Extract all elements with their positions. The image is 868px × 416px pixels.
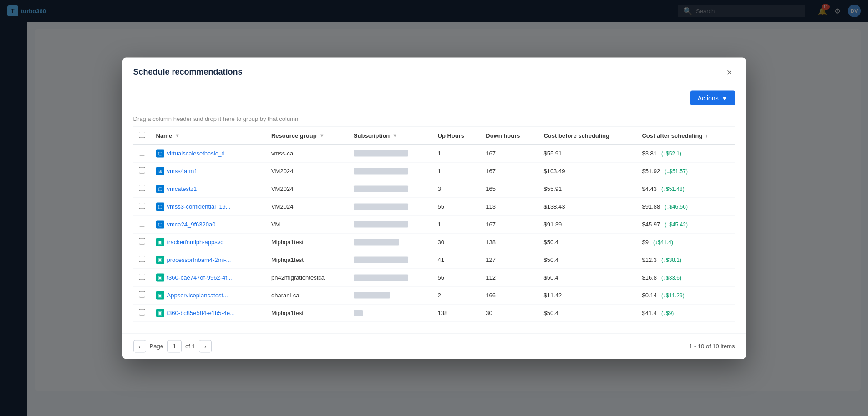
- subscription-filter-icon[interactable]: ▼: [392, 133, 397, 138]
- up-hours-value: 1: [438, 221, 441, 228]
- resource-name-link[interactable]: ▢ vmcatestz1: [156, 185, 260, 193]
- row-down-hours-cell: 167: [480, 216, 538, 233]
- down-hours-value: 165: [486, 185, 496, 192]
- resource-name-link[interactable]: ▢ vmss3-confidential_19...: [156, 202, 260, 211]
- resource-group-filter-icon[interactable]: ▼: [320, 133, 325, 138]
- actions-label: Actions: [698, 94, 719, 101]
- row-name-cell: ▢ virtualscalesetbasic_d...: [151, 144, 266, 162]
- row-down-hours-cell: 167: [480, 162, 538, 180]
- cost-after-sort-icon[interactable]: ↓: [705, 133, 708, 138]
- resource-name-link[interactable]: ▢ vmca24_9f6320a0: [156, 220, 260, 228]
- row-checkbox[interactable]: [139, 185, 145, 191]
- resource-name-link[interactable]: ⊞ vmss4arm1: [156, 167, 260, 175]
- row-resource-group-cell: Miphqa1test: [266, 251, 348, 269]
- col-header-cost-before: Cost before scheduling: [538, 127, 636, 144]
- resource-name-text: vmss3-confidential_19...: [167, 203, 231, 210]
- row-checkbox-cell[interactable]: [133, 269, 151, 286]
- row-down-hours-cell: 112: [480, 269, 538, 286]
- page-number-input[interactable]: [167, 340, 182, 352]
- row-checkbox[interactable]: [139, 167, 145, 174]
- subscription-bar: [354, 256, 408, 263]
- row-cost-before-cell: $103.49: [538, 162, 636, 180]
- subscription-bar: [354, 221, 408, 227]
- down-hours-value: 112: [486, 274, 496, 281]
- row-checkbox-cell[interactable]: [133, 144, 151, 162]
- row-checkbox-cell[interactable]: [133, 304, 151, 322]
- row-name-cell: ▣ t360-bc85e584-e1b5-4e...: [151, 304, 266, 322]
- row-checkbox-cell[interactable]: [133, 162, 151, 180]
- header-select-all[interactable]: [133, 127, 151, 144]
- actions-button[interactable]: Actions ▼: [690, 90, 735, 105]
- resource-type-icon: ▢: [156, 185, 164, 193]
- row-checkbox-cell[interactable]: [133, 180, 151, 198]
- row-cost-before-cell: $50.4: [538, 304, 636, 322]
- row-up-hours-cell: 30: [432, 233, 481, 251]
- row-up-hours-cell: 41: [432, 251, 481, 269]
- cost-after-value: $16.8: [642, 274, 657, 281]
- cost-after-value: $12.3: [642, 256, 657, 263]
- row-subscription-cell: [348, 198, 432, 216]
- table-row: ▣ Appserviceplancatest... dharani-ca 2 1…: [133, 286, 735, 304]
- next-page-button[interactable]: ›: [199, 340, 212, 352]
- row-cost-after-cell: $45.97 (↓$45.42): [636, 216, 735, 233]
- savings-value: (↓$45.42): [665, 221, 688, 227]
- row-checkbox[interactable]: [139, 291, 145, 298]
- col-down-hours-label: Down hours: [486, 132, 520, 139]
- row-checkbox[interactable]: [139, 203, 145, 209]
- cost-after-container: $12.3 (↓$38.1): [642, 256, 729, 263]
- row-subscription-cell: [348, 144, 432, 162]
- row-checkbox[interactable]: [139, 238, 145, 245]
- row-subscription-cell: [348, 216, 432, 233]
- row-checkbox[interactable]: [139, 221, 145, 227]
- row-checkbox-cell[interactable]: [133, 286, 151, 304]
- resource-name-link[interactable]: ▣ trackerfnmiph-appsvc: [156, 238, 260, 246]
- resource-group-text: dharani-ca: [271, 292, 299, 299]
- close-button[interactable]: ×: [724, 66, 735, 77]
- resource-name-link[interactable]: ▣ Appserviceplancatest...: [156, 291, 260, 299]
- col-name-label: Name: [156, 132, 172, 139]
- cost-before-value: $91.39: [543, 221, 562, 228]
- row-checkbox-cell[interactable]: [133, 233, 151, 251]
- col-cost-before-label: Cost before scheduling: [543, 132, 609, 139]
- row-name-cell: ⊞ vmss4arm1: [151, 162, 266, 180]
- savings-value: (↓$33.6): [661, 274, 681, 281]
- table-row: ▣ t360-bc85e584-e1b5-4e... Miphqa1test 1…: [133, 304, 735, 322]
- cost-before-value: $55.91: [543, 150, 562, 157]
- row-checkbox-cell[interactable]: [133, 198, 151, 216]
- table-row: ▢ vmca24_9f6320a0 VM 1 167 $91.39 $45: [133, 216, 735, 233]
- resource-name-text: vmcatestz1: [167, 185, 197, 192]
- resource-name-text: t360-bae747df-9962-4f...: [167, 274, 232, 281]
- chevron-down-icon: ▼: [721, 94, 728, 101]
- subscription-bar: [354, 185, 408, 192]
- resource-name-link[interactable]: ▢ virtualscalesetbasic_d...: [156, 149, 260, 157]
- resource-name-link[interactable]: ▣ t360-bc85e584-e1b5-4e...: [156, 309, 260, 317]
- select-all-checkbox[interactable]: [139, 131, 145, 138]
- row-checkbox[interactable]: [139, 274, 145, 280]
- row-checkbox-cell[interactable]: [133, 251, 151, 269]
- down-hours-value: 30: [486, 310, 492, 316]
- row-cost-after-cell: $91.88 (↓$46.56): [636, 198, 735, 216]
- row-cost-before-cell: $50.4: [538, 251, 636, 269]
- subscription-bar: [354, 239, 399, 245]
- resource-name-link[interactable]: ▣ t360-bae747df-9962-4f...: [156, 273, 260, 281]
- resource-name-text: virtualscalesetbasic_d...: [167, 150, 230, 157]
- row-checkbox-cell[interactable]: [133, 216, 151, 233]
- row-up-hours-cell: 1: [432, 162, 481, 180]
- row-subscription-cell: [348, 180, 432, 198]
- row-cost-after-cell: $41.4 (↓$9): [636, 304, 735, 322]
- modal-footer: ‹ Page of 1 › 1 - 10 of 10 items: [122, 333, 746, 359]
- resource-name-link[interactable]: ▣ processorfnbam4-2mi-...: [156, 256, 260, 264]
- savings-value: (↓$41.4): [653, 239, 673, 245]
- row-checkbox[interactable]: [139, 309, 145, 316]
- row-checkbox[interactable]: [139, 150, 145, 156]
- name-filter-icon[interactable]: ▼: [175, 133, 180, 138]
- col-subscription-label: Subscription: [354, 132, 390, 139]
- row-name-cell: ▣ processorfnbam4-2mi-...: [151, 251, 266, 269]
- row-up-hours-cell: 2: [432, 286, 481, 304]
- row-subscription-cell: [348, 304, 432, 322]
- resource-group-text: VM2024: [271, 203, 293, 210]
- prev-page-button[interactable]: ‹: [133, 340, 146, 352]
- row-checkbox[interactable]: [139, 256, 145, 262]
- resource-name-text: Appserviceplancatest...: [167, 292, 228, 299]
- resource-name-text: trackerfnmiph-appsvc: [167, 239, 223, 246]
